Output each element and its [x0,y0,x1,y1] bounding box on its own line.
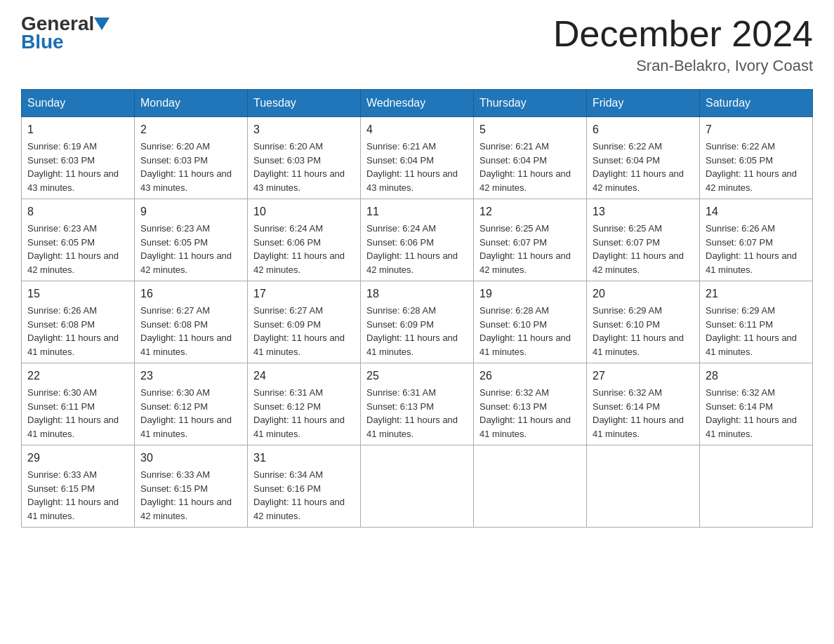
sunset-label: Sunset: 6:14 PM [706,401,773,412]
daylight-label: Daylight: 11 hours and 42 minutes. [27,250,119,275]
sunrise-label: Sunrise: 6:32 AM [479,387,549,398]
sunrise-label: Sunrise: 6:33 AM [140,469,210,480]
day-number: 20 [593,286,694,302]
day-number: 14 [706,203,807,220]
location: Sran-Belakro, Ivory Coast [553,57,813,75]
sunrise-label: Sunrise: 6:24 AM [253,223,323,234]
sunrise-label: Sunrise: 6:20 AM [140,141,210,152]
sunset-label: Sunset: 6:04 PM [593,155,660,166]
sunset-label: Sunset: 6:14 PM [593,401,660,412]
table-row: 19Sunrise: 6:28 AMSunset: 6:10 PMDayligh… [474,281,587,363]
day-number: 12 [479,203,581,220]
table-row: 8Sunrise: 6:23 AMSunset: 6:05 PMDaylight… [22,199,135,281]
daylight-label: Daylight: 11 hours and 43 minutes. [27,168,119,193]
sunset-label: Sunset: 6:15 PM [140,483,208,494]
sunset-label: Sunset: 6:03 PM [140,155,208,166]
table-row: 5Sunrise: 6:21 AMSunset: 6:04 PMDaylight… [474,117,587,199]
sunrise-label: Sunrise: 6:21 AM [479,141,549,152]
sunrise-label: Sunrise: 6:33 AM [27,469,97,480]
sunset-label: Sunset: 6:05 PM [706,155,773,166]
sunrise-label: Sunrise: 6:23 AM [140,223,210,234]
daylight-label: Daylight: 11 hours and 42 minutes. [706,168,797,193]
table-row: 1Sunrise: 6:19 AMSunset: 6:03 PMDaylight… [22,117,135,199]
header-tuesday: Tuesday [248,90,361,117]
table-row [700,445,813,528]
header-sunday: Sunday [22,90,135,117]
daylight-label: Daylight: 11 hours and 41 minutes. [706,415,797,439]
day-number: 9 [140,203,241,220]
header-thursday: Thursday [474,90,587,117]
sunset-label: Sunset: 6:05 PM [27,237,95,248]
daylight-label: Daylight: 11 hours and 43 minutes. [140,168,232,193]
daylight-label: Daylight: 11 hours and 41 minutes. [27,333,119,357]
daylight-label: Daylight: 11 hours and 42 minutes. [593,168,684,193]
day-number: 26 [479,368,581,384]
sunrise-label: Sunrise: 6:26 AM [706,223,775,234]
sunset-label: Sunset: 6:07 PM [479,237,547,248]
daylight-label: Daylight: 11 hours and 41 minutes. [706,250,797,275]
sunrise-label: Sunrise: 6:19 AM [27,141,97,152]
table-row: 20Sunrise: 6:29 AMSunset: 6:10 PMDayligh… [587,281,700,363]
table-row: 6Sunrise: 6:22 AMSunset: 6:04 PMDaylight… [587,117,700,199]
day-number: 1 [27,121,128,138]
day-number: 19 [479,286,581,302]
day-number: 5 [479,121,581,138]
day-number: 8 [27,203,128,220]
sunset-label: Sunset: 6:08 PM [140,319,208,330]
daylight-label: Daylight: 11 hours and 43 minutes. [366,168,458,193]
header-monday: Monday [135,90,248,117]
daylight-label: Daylight: 11 hours and 41 minutes. [366,415,458,439]
day-number: 2 [140,121,241,138]
table-row: 29Sunrise: 6:33 AMSunset: 6:15 PMDayligh… [22,445,135,528]
day-number: 27 [593,368,694,384]
sunset-label: Sunset: 6:12 PM [253,401,321,412]
sunset-label: Sunset: 6:13 PM [479,401,547,412]
calendar-table: Sunday Monday Tuesday Wednesday Thursday… [21,89,813,528]
daylight-label: Daylight: 11 hours and 42 minutes. [366,250,458,275]
sunset-label: Sunset: 6:10 PM [479,319,547,330]
table-row: 7Sunrise: 6:22 AMSunset: 6:05 PMDaylight… [700,117,813,199]
sunrise-label: Sunrise: 6:31 AM [253,387,323,398]
table-row: 18Sunrise: 6:28 AMSunset: 6:09 PMDayligh… [361,281,474,363]
logo-text-blue: Blue [21,31,64,53]
sunrise-label: Sunrise: 6:25 AM [479,223,549,234]
daylight-label: Daylight: 11 hours and 41 minutes. [366,333,458,357]
daylight-label: Daylight: 11 hours and 42 minutes. [253,250,345,275]
table-row: 16Sunrise: 6:27 AMSunset: 6:08 PMDayligh… [135,281,248,363]
day-number: 15 [27,286,128,302]
table-row: 13Sunrise: 6:25 AMSunset: 6:07 PMDayligh… [587,199,700,281]
svg-marker-0 [94,18,110,30]
table-row: 3Sunrise: 6:20 AMSunset: 6:03 PMDaylight… [248,117,361,199]
sunset-label: Sunset: 6:15 PM [27,483,95,494]
daylight-label: Daylight: 11 hours and 42 minutes. [479,250,571,275]
header-saturday: Saturday [700,90,813,117]
daylight-label: Daylight: 11 hours and 41 minutes. [140,333,232,357]
sunset-label: Sunset: 6:07 PM [593,237,660,248]
sunrise-label: Sunrise: 6:27 AM [140,305,210,316]
daylight-label: Daylight: 11 hours and 41 minutes. [593,415,684,439]
daylight-label: Daylight: 11 hours and 42 minutes. [140,250,232,275]
sunset-label: Sunset: 6:06 PM [253,237,321,248]
table-row: 30Sunrise: 6:33 AMSunset: 6:15 PMDayligh… [135,445,248,528]
sunset-label: Sunset: 6:11 PM [27,401,95,412]
sunset-label: Sunset: 6:07 PM [706,237,773,248]
table-row: 26Sunrise: 6:32 AMSunset: 6:13 PMDayligh… [474,363,587,445]
day-number: 24 [253,368,355,384]
sunrise-label: Sunrise: 6:22 AM [706,141,775,152]
logo-triangle-icon [94,18,110,30]
sunrise-label: Sunrise: 6:23 AM [27,223,97,234]
day-number: 16 [140,286,241,302]
table-row: 22Sunrise: 6:30 AMSunset: 6:11 PMDayligh… [22,363,135,445]
sunset-label: Sunset: 6:11 PM [706,319,773,330]
sunset-label: Sunset: 6:03 PM [27,155,95,166]
daylight-label: Daylight: 11 hours and 43 minutes. [253,168,345,193]
sunrise-label: Sunrise: 6:24 AM [366,223,436,234]
day-number: 6 [593,121,694,138]
day-number: 29 [27,450,128,467]
day-number: 21 [706,286,807,302]
sunrise-label: Sunrise: 6:32 AM [706,387,775,398]
sunset-label: Sunset: 6:08 PM [27,319,95,330]
sunset-label: Sunset: 6:06 PM [366,237,434,248]
table-row [361,445,474,528]
day-number: 17 [253,286,355,302]
